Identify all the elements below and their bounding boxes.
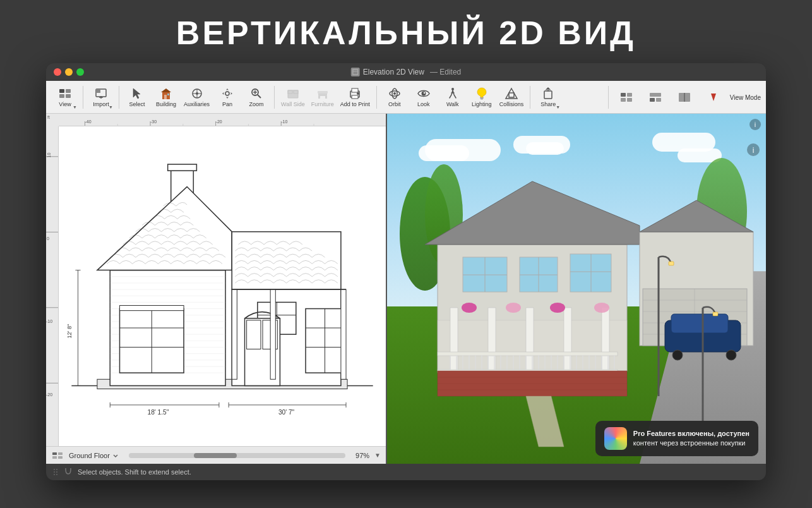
ruler-unit: ft (47, 115, 50, 119)
ruler-left: 10 0 -10 -20 (46, 114, 59, 446)
status-grip-icon (52, 468, 61, 476)
floor-dropdown-icon (112, 452, 119, 459)
toolbar-look[interactable]: Look (410, 83, 438, 111)
ruler-label-10: 10 (47, 153, 51, 158)
svg-rect-4 (59, 94, 64, 98)
toolbar: View ▼ Import ▼ Select (46, 81, 766, 114)
toolbar-collisions[interactable]: Collisions (497, 83, 527, 111)
toolbar-view-mode-1[interactable] (612, 83, 640, 111)
svg-text:i: i (753, 146, 755, 155)
ruler-left-svg (46, 126, 58, 428)
floor-label: Ground Floor (69, 452, 119, 459)
pro-notification: Pro Features включены, доступен контент … (595, 421, 758, 456)
toolbar-walk[interactable]: Walk (439, 83, 467, 111)
zoom-level: 97% (355, 452, 369, 459)
toolbar-view-mode-2[interactable] (642, 83, 669, 111)
floor-selector[interactable]: Ground Floor 97% ▼ (46, 446, 386, 464)
ruler-label-minus10: -10 (46, 319, 52, 324)
toolbar-zoom[interactable]: Zoom (242, 83, 270, 111)
title-bar: Elevation 2D View — Edited (46, 63, 766, 81)
traffic-lights (54, 68, 84, 76)
pro-icon (604, 427, 627, 450)
auxiliaries-icon (190, 87, 204, 100)
svg-rect-117 (58, 452, 63, 455)
svg-text:30' 7": 30' 7" (278, 409, 295, 416)
svg-point-195 (56, 474, 57, 475)
zoom-arrow[interactable]: ▼ (374, 452, 381, 459)
share-chevron: ▼ (556, 105, 560, 109)
view-mode-3-icon (678, 90, 691, 104)
building-label: Building (156, 101, 176, 107)
svg-text:18' 1.5": 18' 1.5" (148, 409, 169, 416)
window-icon (351, 68, 360, 76)
svg-rect-43 (627, 93, 632, 97)
svg-point-193 (56, 471, 57, 473)
svg-rect-26 (318, 91, 328, 94)
toolbar-building[interactable]: Building (152, 83, 180, 111)
wall-side-icon (286, 87, 300, 100)
svg-rect-7 (96, 89, 100, 93)
svg-point-170 (462, 303, 477, 313)
app-window: Elevation 2D View — Edited View ▼ (46, 63, 766, 480)
info-badge[interactable]: i (749, 119, 761, 130)
toolbar-view[interactable]: View ▼ (51, 83, 79, 111)
svg-rect-42 (621, 93, 626, 97)
floor-scroll-thumb[interactable] (194, 453, 237, 458)
svg-rect-5 (66, 94, 71, 98)
drawing-area[interactable]: 18' 1.5" 30' 7" 12' 8" (59, 126, 386, 446)
house-3d-svg: i (387, 114, 766, 464)
look-icon (417, 87, 431, 100)
svg-rect-41 (544, 91, 552, 99)
svg-rect-101 (341, 289, 346, 379)
minimize-button[interactable] (65, 68, 73, 76)
svg-rect-9 (164, 95, 167, 99)
ruler-corner: ft (46, 114, 59, 126)
toolbar-lighting[interactable]: Lighting (468, 83, 496, 111)
svg-rect-185 (669, 262, 674, 265)
toolbar-right: View Mode (606, 83, 761, 111)
toolbar-auxiliaries[interactable]: Auxiliaries (181, 83, 212, 111)
toolbar-add-to-print[interactable]: Add to Print (338, 83, 373, 111)
toolbar-view-mode-4[interactable] (700, 83, 727, 111)
collisions-icon (505, 87, 518, 100)
maximize-button[interactable] (76, 68, 84, 76)
toolbar-pan[interactable]: Pan (213, 83, 241, 111)
separator-5 (530, 86, 530, 109)
view-mode-label: View Mode (730, 94, 761, 101)
window-title: Elevation 2D View — Edited (351, 68, 462, 76)
separator-3 (274, 86, 275, 109)
toolbar-furniture[interactable]: Furniture (309, 83, 337, 111)
separator-1 (83, 86, 83, 109)
toolbar-import[interactable]: Import ▼ (87, 83, 115, 111)
svg-rect-10 (167, 94, 169, 95)
wall-side-label: Wall Side (281, 101, 305, 107)
toolbar-select[interactable]: Select (123, 83, 151, 111)
view-icon (58, 87, 72, 100)
floor-scrollbar[interactable] (129, 453, 345, 458)
share-icon (541, 87, 555, 100)
svg-point-173 (594, 303, 609, 313)
orbit-label: Orbit (388, 101, 401, 107)
svg-rect-38 (481, 99, 483, 100)
house-elevation-svg: 18' 1.5" 30' 7" 12' 8" (59, 126, 386, 446)
svg-point-182 (672, 350, 683, 360)
toolbar-share[interactable]: Share ▼ (534, 83, 562, 111)
ruler-label-minus20: -20 (46, 392, 52, 397)
svg-rect-0 (353, 70, 358, 75)
scene-3d: i i Pro Features включены, доступен конт… (387, 114, 766, 464)
toolbar-wall-side[interactable]: Wall Side (278, 83, 307, 111)
svg-rect-29 (352, 95, 358, 99)
close-button[interactable] (54, 68, 61, 76)
svg-rect-68 (168, 164, 197, 171)
share-label: Share (540, 101, 556, 107)
svg-rect-181 (671, 314, 728, 333)
svg-point-30 (357, 92, 359, 95)
toolbar-orbit[interactable]: Orbit (381, 83, 409, 111)
toolbar-view-mode-3[interactable] (671, 83, 698, 111)
svg-point-190 (54, 469, 55, 470)
svg-point-171 (506, 303, 521, 313)
pro-notification-text: Pro Features включены, доступен контент … (633, 429, 749, 449)
view-mode-2-icon (648, 90, 662, 104)
look-label: Look (417, 101, 430, 107)
walk-label: Walk (446, 101, 459, 107)
